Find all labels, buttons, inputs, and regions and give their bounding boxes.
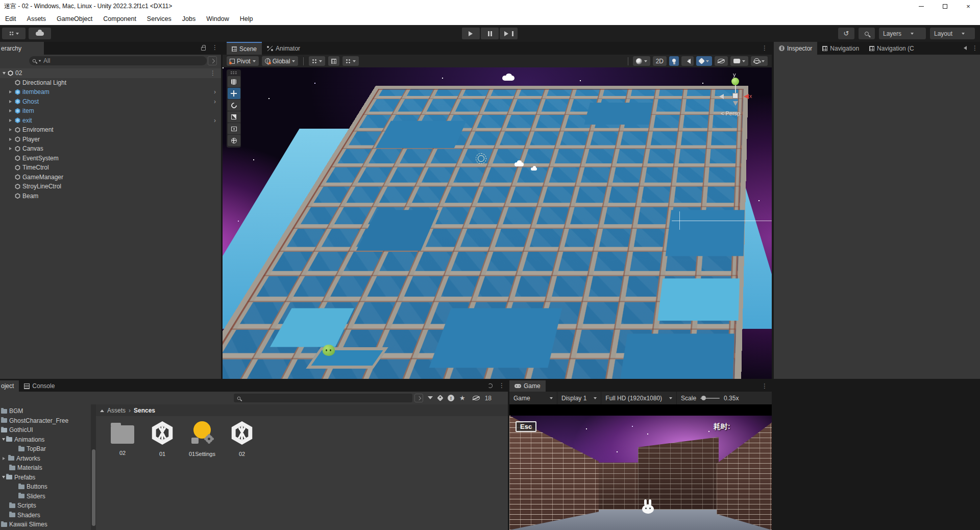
minimize-button[interactable] [910,0,933,12]
account-dropdown[interactable] [2,28,26,39]
tree-item[interactable]: Animations [0,435,91,445]
layout-dropdown[interactable]: Layout [930,28,975,39]
perspective-label[interactable]: < Persp [721,110,740,116]
tree-item[interactable]: Buttons [0,482,91,492]
inspector-menu-icon[interactable]: ⋮ [972,44,978,52]
expand-arrow-icon[interactable] [8,147,14,150]
tree-item[interactable]: Shaders [0,511,91,520]
step-button[interactable] [500,28,518,39]
search-button[interactable] [859,28,875,39]
2d-toggle-button[interactable]: 2D [653,56,667,66]
menu-assets[interactable]: Assets [27,15,46,22]
panel-divider[interactable] [772,42,774,380]
game-view[interactable]: Esc 耗时: [509,404,772,530]
axis-y-handle[interactable] [731,78,739,85]
resolution-dropdown[interactable]: Full HD (1920x1080) [601,392,677,404]
undo-history-button[interactable]: ↺ [838,28,854,39]
expand-arrow-icon[interactable] [8,90,14,93]
gizmos-dropdown[interactable] [751,56,768,66]
play-button[interactable] [462,28,480,39]
tree-item[interactable]: TopBar [0,444,91,454]
tree-item[interactable]: GothicUI [0,425,91,435]
axis-handle[interactable] [733,101,738,108]
tab-hierarchy[interactable]: erarchy [0,42,44,55]
hierarchy-item[interactable]: Beam [0,191,221,201]
grid-snap-dropdown[interactable] [309,56,325,66]
pause-button[interactable] [481,28,499,39]
panel-divider[interactable] [0,379,980,380]
hierarchy-item[interactable]: Player [0,135,221,144]
collapse-arrow-icon[interactable] [2,476,5,480]
menu-gameobject[interactable]: GameObject [57,15,92,22]
hidden-count-eye-icon[interactable] [473,396,480,400]
asset-item[interactable]: 02 [222,421,262,457]
display-dropdown[interactable]: Display 1 [557,392,601,404]
overlay-grip-icon[interactable] [230,71,237,75]
search-window-picker-icon[interactable] [208,56,217,65]
tab-animator[interactable]: Animator [262,42,305,55]
hierarchy-item[interactable]: itembeam› [0,87,221,97]
transform-tool-button[interactable] [228,135,240,146]
hierarchy-item[interactable]: Canvas [0,144,221,154]
hierarchy-item[interactable]: StroyLineCtrol [0,182,221,191]
asset-item[interactable]: 01 [142,421,182,457]
menu-component[interactable]: Component [103,15,136,22]
hand-tool-button[interactable] [228,76,240,87]
breadcrumb-assets[interactable]: Assets [107,407,126,414]
hierarchy-search-input[interactable]: All [29,56,207,65]
snap-toggle-button[interactable] [328,56,339,66]
scale-tool-button[interactable] [228,111,240,123]
hierarchy-menu-icon[interactable]: ⋮ [212,44,218,51]
axis-x-handle[interactable] [741,94,749,99]
back-arrow-icon[interactable] [962,46,967,50]
prefab-open-arrow[interactable]: › [214,88,221,95]
tab-game[interactable]: Game [509,380,546,392]
panel-divider[interactable] [221,42,223,380]
rotate-tool-button[interactable] [228,100,240,111]
hierarchy-item[interactable]: exit› [0,116,221,126]
prefab-open-arrow[interactable]: › [214,98,221,105]
cloud-button[interactable] [29,28,51,39]
snap-increment-dropdown[interactable] [342,56,359,66]
expand-arrow-icon[interactable] [8,119,14,122]
scrollbar-thumb[interactable] [92,449,95,526]
collapse-arrow-icon[interactable] [2,438,5,442]
breadcrumb-current[interactable]: Sences [134,407,155,414]
tab-console[interactable]: Console [19,380,60,392]
tree-item[interactable]: Prefabs [0,473,91,483]
scene-menu-icon[interactable]: ⋮ [210,69,221,77]
tab-navigation-2[interactable]: Navigation (C [864,42,919,55]
effects-dropdown[interactable] [696,56,712,66]
scene-orientation-gizmo[interactable]: y x < Persp [709,71,758,123]
tree-item[interactable]: Sliders [0,492,91,501]
asset-item[interactable]: 01Settings [182,421,222,457]
directional-light-gizmo[interactable] [478,155,484,162]
hierarchy-scene-row[interactable]: 02 ⋮ [0,68,221,78]
alert-icon[interactable]: ! [448,395,454,401]
pivot-dropdown[interactable]: Pivot [227,56,259,66]
prefab-open-arrow[interactable]: › [214,117,221,124]
game-target-dropdown[interactable]: Game [509,392,557,404]
expand-arrow-icon[interactable] [8,128,14,131]
tree-item[interactable]: Kawaii Slimes [0,520,91,529]
esc-button[interactable]: Esc [516,421,536,432]
filter-by-label-icon[interactable] [437,395,444,401]
audio-toggle-button[interactable] [681,56,694,66]
expand-arrow-icon[interactable] [8,109,14,112]
menu-edit[interactable]: Edit [5,15,16,22]
maximize-button[interactable] [933,0,957,12]
tree-item[interactable]: Scripts [0,501,91,511]
tree-item[interactable]: GhostCharacter_Free [0,416,91,426]
project-menu-icon[interactable]: ⋮ [499,382,505,389]
favorites-icon[interactable]: ★ [459,395,465,401]
menu-window[interactable]: Window [206,15,229,22]
scale-slider[interactable] [700,398,720,399]
scene-panel-menu-icon[interactable]: ⋮ [762,44,768,52]
collapse-arrow-icon[interactable] [1,70,7,76]
panel-divider[interactable] [508,380,509,530]
scene-viewport[interactable]: y x < Persp [223,67,772,380]
project-search-input[interactable] [234,394,412,402]
lock-icon[interactable] [201,47,206,51]
tree-scrollbar[interactable] [91,404,96,530]
axis-handle[interactable] [717,94,724,99]
